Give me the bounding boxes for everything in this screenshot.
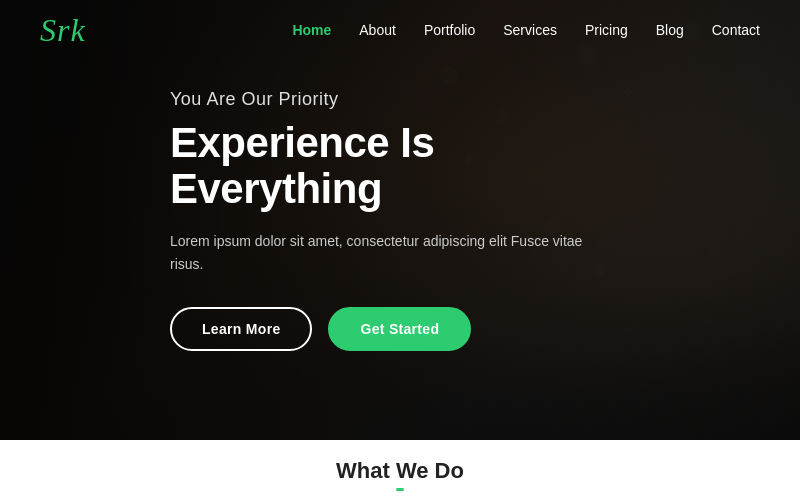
green-underbar	[396, 488, 404, 491]
navbar: Srk Home About Portfolio Services Pricin…	[0, 0, 800, 60]
hero-buttons: Learn More Get Started	[170, 307, 600, 351]
hero-section: You Are Our Priority Experience Is Every…	[0, 0, 800, 440]
nav-item-blog[interactable]: Blog	[656, 21, 684, 39]
nav-link-contact[interactable]: Contact	[712, 22, 760, 38]
nav-item-home[interactable]: Home	[292, 21, 331, 39]
nav-link-portfolio[interactable]: Portfolio	[424, 22, 475, 38]
what-we-do-section: What We Do	[0, 440, 800, 500]
hero-content: You Are Our Priority Experience Is Every…	[0, 89, 600, 351]
nav-link-blog[interactable]: Blog	[656, 22, 684, 38]
nav-item-services[interactable]: Services	[503, 21, 557, 39]
learn-more-button[interactable]: Learn More	[170, 307, 312, 351]
nav-link-about[interactable]: About	[359, 22, 396, 38]
nav-link-home[interactable]: Home	[292, 22, 331, 38]
logo[interactable]: Srk	[40, 12, 86, 49]
hero-description: Lorem ipsum dolor sit amet, consectetur …	[170, 230, 600, 275]
hero-subtitle: You Are Our Priority	[170, 89, 600, 110]
nav-links: Home About Portfolio Services Pricing Bl…	[292, 21, 760, 39]
nav-link-pricing[interactable]: Pricing	[585, 22, 628, 38]
nav-item-contact[interactable]: Contact	[712, 21, 760, 39]
get-started-button[interactable]: Get Started	[328, 307, 471, 351]
nav-link-services[interactable]: Services	[503, 22, 557, 38]
what-we-do-title: What We Do	[336, 458, 464, 484]
hero-title: Experience Is Everything	[170, 120, 600, 212]
nav-item-about[interactable]: About	[359, 21, 396, 39]
nav-item-pricing[interactable]: Pricing	[585, 21, 628, 39]
nav-item-portfolio[interactable]: Portfolio	[424, 21, 475, 39]
